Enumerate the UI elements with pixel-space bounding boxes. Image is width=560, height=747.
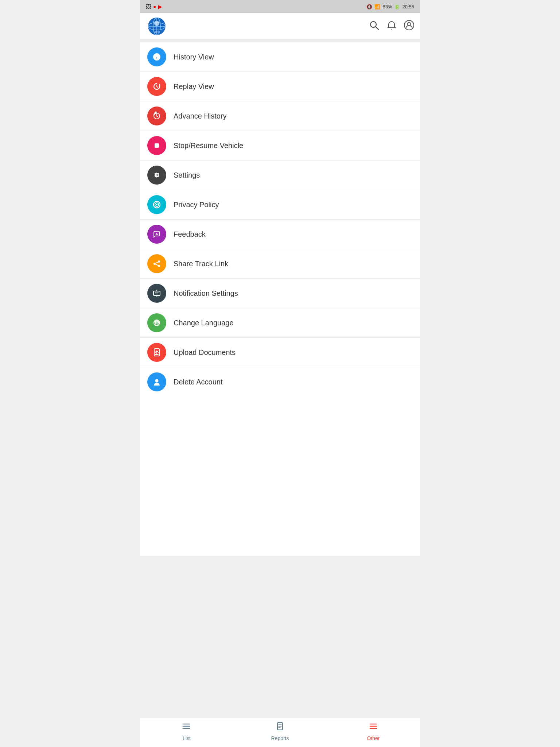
delete-account-icon [147, 372, 166, 391]
menu-item-share-track-link[interactable]: Share Track Link [140, 249, 420, 279]
stop-resume-icon [147, 136, 166, 155]
delete-account-label: Delete Account [174, 378, 223, 386]
menu-item-advance-history[interactable]: Advance History [140, 101, 420, 131]
menu-item-privacy-policy[interactable]: Privacy Policy [140, 190, 420, 220]
svg-rect-32 [155, 294, 158, 294]
svg-point-7 [370, 22, 376, 27]
advance-history-icon [147, 107, 166, 125]
nav-item-reports[interactable]: Reports [233, 718, 327, 744]
advance-history-label: Advance History [174, 112, 227, 120]
svg-line-28 [156, 264, 158, 266]
menu-item-history-view[interactable]: History View [140, 42, 420, 72]
svg-point-47 [183, 726, 184, 727]
svg-text:GPS: GPS [155, 31, 159, 33]
notification-icon[interactable] [386, 20, 397, 33]
gallery-icon: 🖼 [146, 4, 151, 9]
share-track-link-icon [147, 254, 166, 273]
mute-icon: 🔇 [366, 4, 372, 9]
svg-rect-15 [155, 143, 159, 148]
battery-icon: 🔋 [394, 4, 400, 9]
settings-label: Settings [174, 171, 200, 179]
change-language-label: Change Language [174, 319, 234, 327]
time: 20:55 [402, 4, 414, 9]
nav-list-label: List [183, 735, 191, 741]
feedback-icon [147, 225, 166, 244]
notification-settings-icon [147, 284, 166, 303]
settings-icon [147, 166, 166, 185]
svg-line-8 [376, 27, 379, 30]
feedback-label: Feedback [174, 230, 206, 239]
notification-settings-label: Notification Settings [174, 289, 238, 298]
nav-item-list[interactable]: List [140, 718, 233, 744]
header-icons [369, 20, 414, 33]
upload-documents-label: Upload Documents [174, 348, 236, 357]
svg-point-19 [156, 174, 158, 176]
status-bar: 🖼 ● ▶ 🔇 📶 83% 🔋 20:55 [140, 0, 420, 13]
svg-point-23 [156, 233, 158, 234]
menu-item-upload-documents[interactable]: Upload Documents [140, 338, 420, 367]
privacy-policy-label: Privacy Policy [174, 201, 219, 209]
menu-item-change-language[interactable]: Change Language [140, 308, 420, 338]
history-view-icon [147, 47, 166, 66]
menu-item-feedback[interactable]: Feedback [140, 220, 420, 249]
menu-item-notification-settings[interactable]: Notification Settings [140, 279, 420, 308]
airtel-icon: ● [153, 4, 156, 9]
other-icon [368, 721, 378, 734]
share-track-link-label: Share Track Link [174, 260, 228, 268]
search-icon[interactable] [369, 20, 379, 33]
status-bar-right: 🔇 📶 83% 🔋 20:55 [366, 4, 414, 9]
svg-point-26 [158, 265, 160, 267]
nav-item-other[interactable]: Other [327, 718, 420, 744]
svg-rect-34 [156, 290, 157, 291]
menu-item-settings[interactable]: Settings [140, 160, 420, 190]
menu-item-delete-account[interactable]: Delete Account [140, 367, 420, 396]
history-view-label: History View [174, 53, 214, 61]
app-logo: GPS [146, 16, 168, 36]
stop-resume-label: Stop/Resume Vehicle [174, 142, 243, 150]
svg-line-27 [156, 262, 158, 263]
replay-view-icon [147, 77, 166, 96]
svg-point-25 [153, 263, 156, 265]
menu-list: History View Replay View Advance History [140, 42, 420, 556]
svg-rect-31 [155, 293, 159, 293]
nav-other-label: Other [367, 735, 380, 741]
youtube-icon: ▶ [158, 4, 162, 9]
status-bar-left: 🖼 ● ▶ [146, 4, 162, 9]
svg-rect-29 [153, 291, 160, 295]
svg-point-22 [156, 204, 158, 205]
svg-point-5 [154, 21, 159, 26]
upload-documents-icon [147, 343, 166, 362]
reports-icon [275, 721, 285, 734]
menu-item-replay-view[interactable]: Replay View [140, 72, 420, 101]
svg-point-24 [158, 260, 160, 263]
profile-icon[interactable] [404, 20, 414, 33]
nav-reports-label: Reports [271, 735, 289, 741]
menu-item-stop-resume[interactable]: Stop/Resume Vehicle [140, 131, 420, 160]
globe-logo-svg: GPS [147, 17, 166, 36]
replay-view-label: Replay View [174, 82, 214, 91]
battery-level: 83% [382, 4, 392, 9]
privacy-policy-icon [147, 195, 166, 214]
bottom-nav: List Reports Other [140, 718, 420, 747]
svg-point-42 [155, 379, 159, 383]
svg-point-46 [183, 724, 184, 725]
svg-point-30 [156, 295, 158, 297]
svg-point-48 [183, 728, 184, 729]
change-language-icon [147, 313, 166, 332]
wifi-icon: 📶 [374, 4, 380, 9]
app-header: GPS [140, 13, 420, 39]
list-icon [182, 721, 192, 734]
